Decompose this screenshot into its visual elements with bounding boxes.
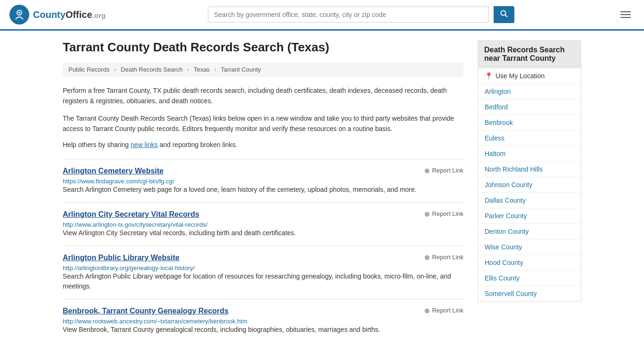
- sidebar-link[interactable]: Johnson County: [485, 181, 532, 189]
- breadcrumb-sep-1: ›: [114, 66, 116, 73]
- sidebar-header: Death Records Search near Tarrant County: [478, 40, 581, 68]
- description-2: The Tarrant County Death Records Search …: [63, 113, 463, 134]
- sidebar-link[interactable]: Somervell County: [485, 290, 537, 297]
- result-url[interactable]: http://arlingtonlibrary.org/genealogy-lo…: [63, 264, 195, 272]
- search-button[interactable]: [494, 6, 514, 23]
- search-area: [208, 6, 514, 23]
- report-icon: ⊗: [424, 307, 430, 314]
- location-pin-icon: 📍: [485, 72, 493, 80]
- sidebar-link[interactable]: Denton County: [485, 228, 528, 235]
- result-desc: View Arlington City Secretary vital reco…: [63, 228, 463, 238]
- sidebar-item-euless[interactable]: Euless: [478, 131, 581, 146]
- sidebar-link[interactable]: Wise County: [485, 243, 522, 251]
- result-desc: View Benbrook, Tarrant County genealogic…: [63, 325, 463, 335]
- description-1: Perform a free Tarrant County, TX public…: [63, 85, 463, 107]
- breadcrumb-tarrant[interactable]: Tarrant County: [221, 66, 261, 73]
- sidebar-item-johnson-county[interactable]: Johnson County: [478, 177, 581, 193]
- hamburger-icon: [620, 11, 631, 18]
- report-link-button[interactable]: ⊗ Report Link: [424, 167, 463, 174]
- page-title: Tarrant County Death Records Search (Tex…: [63, 40, 463, 55]
- sidebar-item-wise-county[interactable]: Wise County: [478, 239, 581, 255]
- breadcrumb-death-records[interactable]: Death Records Search: [121, 66, 183, 73]
- sidebar-item-haltom[interactable]: Haltom: [478, 146, 581, 162]
- menu-button[interactable]: [617, 9, 635, 20]
- result-url[interactable]: http://www.arlington-tx.gov/citysecretar…: [63, 221, 207, 228]
- sidebar-item-ellis-county[interactable]: Ellis County: [478, 271, 581, 286]
- sidebar-item-dallas-county[interactable]: Dallas County: [478, 193, 581, 208]
- help-text: Help others by sharing new links and rep…: [63, 141, 463, 148]
- logo-text: CountyOffice.org: [33, 9, 106, 20]
- sidebar-item-hood-county[interactable]: Hood County: [478, 255, 581, 271]
- sidebar-link[interactable]: Bedford: [485, 103, 508, 111]
- result-desc: Search Arlington Public Library webpage …: [63, 272, 463, 291]
- use-location-link[interactable]: Use My Location: [495, 72, 545, 80]
- report-link-button[interactable]: ⊗ Report Link: [424, 254, 463, 261]
- results-list: Arlington Cemetery Website ⊗ Report Link…: [63, 159, 463, 342]
- sidebar-item-somervell-county[interactable]: Somervell County: [478, 286, 581, 301]
- report-icon: ⊗: [424, 254, 430, 261]
- result-title: Arlington Public Library Website: [63, 254, 180, 262]
- sidebar-link[interactable]: Hood County: [485, 259, 523, 266]
- result-item: Arlington Cemetery Website ⊗ Report Link…: [63, 159, 463, 202]
- sidebar-item-north-richland-hills[interactable]: North Richland Hills: [478, 162, 581, 177]
- result-link[interactable]: Arlington City Secretary Vital Records: [63, 210, 199, 218]
- result-link[interactable]: Arlington Public Library Website: [63, 254, 180, 262]
- new-links-link[interactable]: new links: [131, 141, 158, 148]
- sidebar: Death Records Search near Tarrant County…: [478, 40, 581, 342]
- svg-point-3: [501, 11, 505, 16]
- sidebar-link[interactable]: Euless: [485, 134, 504, 142]
- result-title: Benbrook, Tarrant County Genealogy Recor…: [63, 307, 229, 315]
- breadcrumb-sep-3: ›: [215, 66, 216, 73]
- svg-point-2: [18, 12, 20, 14]
- sidebar-link[interactable]: Dallas County: [485, 197, 526, 204]
- sidebar-link[interactable]: Parker County: [485, 212, 527, 220]
- result-url[interactable]: http://www.rootsweb.ancestry.com/~txtarr…: [63, 318, 248, 325]
- logo-icon: [9, 5, 29, 25]
- sidebar-link[interactable]: Arlington: [485, 88, 511, 95]
- svg-line-4: [505, 15, 507, 17]
- breadcrumb-texas[interactable]: Texas: [194, 66, 210, 73]
- breadcrumb: Public Records › Death Records Search › …: [63, 62, 463, 77]
- result-desc: Search Arlington Cemetery web page for a…: [63, 185, 463, 195]
- report-link-button[interactable]: ⊗ Report Link: [424, 307, 463, 314]
- sidebar-link[interactable]: Benbrook: [485, 119, 513, 126]
- breadcrumb-sep-2: ›: [187, 66, 189, 73]
- result-item: Arlington Public Library Website ⊗ Repor…: [63, 246, 463, 299]
- result-title: Arlington Cemetery Website: [63, 167, 164, 175]
- sidebar-link[interactable]: Haltom: [485, 150, 505, 157]
- sidebar-use-location[interactable]: 📍 Use My Location: [478, 68, 581, 84]
- report-icon: ⊗: [424, 210, 430, 218]
- sidebar-item-bedford[interactable]: Bedford: [478, 99, 581, 115]
- report-link-button[interactable]: ⊗ Report Link: [424, 210, 463, 218]
- breadcrumb-public-records[interactable]: Public Records: [68, 66, 109, 73]
- logo-area: CountyOffice.org: [9, 5, 106, 25]
- result-url[interactable]: https://www.findagrave.com/cgi-bin/fg.cg…: [63, 178, 174, 185]
- result-item: Benbrook, Tarrant County Genealogy Recor…: [63, 299, 463, 342]
- result-title: Arlington City Secretary Vital Records: [63, 210, 199, 219]
- sidebar-item-benbrook[interactable]: Benbrook: [478, 115, 581, 131]
- sidebar-item-arlington[interactable]: Arlington: [478, 84, 581, 99]
- result-link[interactable]: Benbrook, Tarrant County Genealogy Recor…: [63, 307, 229, 315]
- sidebar-item-parker-county[interactable]: Parker County: [478, 208, 581, 224]
- sidebar-link[interactable]: North Richland Hills: [485, 165, 543, 173]
- result-link[interactable]: Arlington Cemetery Website: [63, 167, 164, 175]
- search-input[interactable]: [208, 7, 489, 23]
- report-icon: ⊗: [424, 167, 430, 174]
- result-item: Arlington City Secretary Vital Records ⊗…: [63, 202, 463, 246]
- sidebar-link[interactable]: Ellis County: [485, 274, 520, 282]
- sidebar-item-denton-county[interactable]: Denton County: [478, 224, 581, 239]
- sidebar-list: 📍 Use My Location Arlington Bedford Benb…: [478, 68, 581, 302]
